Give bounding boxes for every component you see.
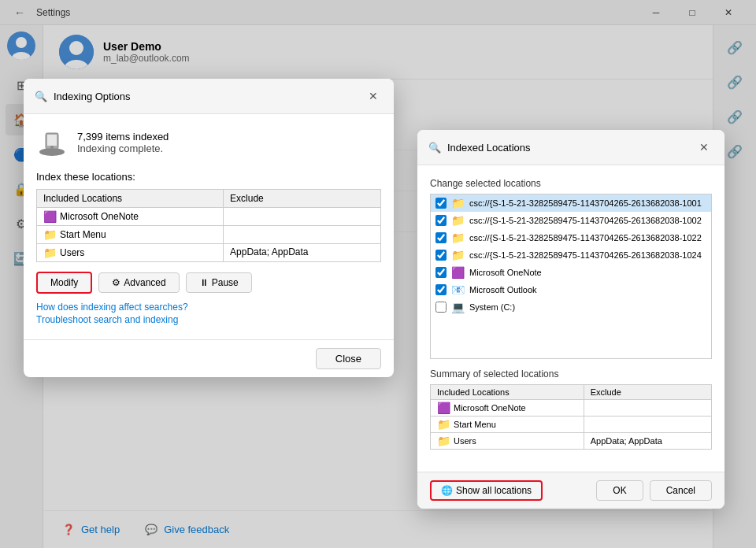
summary-included-2: 📁 Start Menu — [431, 417, 584, 433]
loc-row-2[interactable]: 📁 csc://{S-1-5-21-3282589475-1143704265-… — [431, 212, 711, 229]
indexing-icon: 🔍 — [35, 91, 47, 102]
indexed-dialog-body: Change selected locations 📁 csc://{S-1-5… — [417, 165, 724, 472]
loc-folder-icon-4: 📁 — [451, 249, 465, 261]
summary-icon-3: 📁 — [437, 435, 450, 447]
summary-exclude-2 — [584, 417, 711, 433]
indexed-locations-dialog: 🔍 Indexed Locations ✕ Change selected lo… — [417, 130, 724, 509]
cancel-button[interactable]: Cancel — [650, 480, 712, 501]
summary-label: Summary of selected locations — [430, 368, 712, 380]
loc-row-6[interactable]: 📧 Microsoft Outlook — [431, 281, 711, 298]
dialog-actions: Modify ⚙ Advanced ⏸ Pause — [36, 272, 381, 294]
loc-row-4[interactable]: 📁 csc://{S-1-5-21-3282589475-1143704265-… — [431, 246, 711, 264]
indexing-status: 7,399 items indexed Indexing complete. — [36, 127, 381, 158]
loc-folder-icon-7: 💻 — [451, 301, 465, 313]
loc-icon-3: 📁 — [43, 246, 57, 259]
svg-rect-8 — [47, 135, 57, 146]
pause-button[interactable]: ⏸ Pause — [186, 272, 252, 293]
show-all-button[interactable]: 🌐 Show all locations — [430, 480, 543, 501]
loc-checkbox-2[interactable] — [435, 215, 447, 226]
location-included-2: 📁 Start Menu — [37, 226, 224, 244]
summary-icon-2: 📁 — [437, 418, 450, 431]
indexing-dialog-body: 7,399 items indexed Indexing complete. I… — [24, 114, 394, 339]
loc-folder-icon-6: 📧 — [451, 283, 465, 296]
loc-checkbox-1[interactable] — [435, 198, 447, 209]
ok-button[interactable]: OK — [596, 480, 643, 501]
indexing-dialog-close-btn[interactable]: ✕ — [364, 87, 383, 106]
loc-row-1[interactable]: 📁 csc://{S-1-5-21-3282589475-1143704265-… — [431, 194, 711, 212]
loc-icon-2: 📁 — [43, 228, 57, 241]
locations-table: Included Locations Exclude 🟪 Microsoft O… — [36, 189, 381, 262]
loc-row-name-2: csc://{S-1-5-21-3282589475-1143704265-26… — [469, 216, 706, 225]
indexing-dialog-footer: Close — [24, 339, 394, 377]
modify-button[interactable]: Modify — [36, 272, 92, 294]
loc-row-5[interactable]: 🟪 Microsoft OneNote — [431, 264, 711, 281]
indexed-dialog-titlebar: 🔍 Indexed Locations ✕ — [417, 130, 724, 165]
loc-checkbox-5[interactable] — [435, 267, 447, 278]
location-included-3: 📁 Users — [37, 244, 224, 262]
location-exclude-3: AppData; AppData — [224, 244, 381, 262]
footer-right: OK Cancel — [596, 480, 712, 501]
footer-left: 🌐 Show all locations — [430, 480, 543, 501]
location-row-3: 📁 Users AppData; AppData — [37, 244, 381, 262]
loc-folder-icon-2: 📁 — [451, 214, 465, 227]
loc-name-2: Start Menu — [60, 229, 106, 240]
loc-row-7[interactable]: 💻 System (C:) — [431, 298, 711, 316]
summary-exclude-3: AppData; AppData — [584, 433, 711, 450]
indexing-dialog-title-left: 🔍 Indexing Options — [35, 91, 131, 102]
loc-folder-icon-5: 🟪 — [451, 266, 465, 279]
advanced-icon: ⚙ — [112, 277, 120, 288]
summary-col-exclude: Exclude — [584, 385, 711, 400]
indexed-dialog-close-btn[interactable]: ✕ — [695, 138, 713, 157]
loc-checkbox-4[interactable] — [435, 250, 447, 261]
svg-point-9 — [50, 146, 54, 149]
indexing-status-icon — [36, 127, 68, 158]
loc-row-name-7: System (C:) — [469, 302, 706, 312]
location-exclude-1 — [224, 208, 381, 226]
col-included: Included Locations — [37, 190, 224, 208]
loc-row-name-3: csc://{S-1-5-21-3282589475-1143704265-26… — [469, 233, 706, 243]
loc-icon-1: 🟪 — [43, 210, 57, 223]
indexing-dialog-title: Indexing Options — [54, 91, 131, 102]
pause-icon: ⏸ — [199, 277, 209, 288]
loc-checkbox-3[interactable] — [435, 232, 447, 243]
summary-exclude-1 — [584, 400, 711, 417]
loc-row-name-4: csc://{S-1-5-21-3282589475-1143704265-26… — [469, 250, 706, 260]
summary-included-3: 📁 Users — [431, 433, 584, 450]
summary-included-1: 🟪 Microsoft OneNote — [431, 400, 584, 417]
advanced-button[interactable]: ⚙ Advanced — [98, 272, 179, 293]
indexing-link[interactable]: How does indexing affect searches? — [36, 302, 381, 313]
loc-row-name-1: csc://{S-1-5-21-3282589475-1143704265-26… — [469, 198, 706, 208]
indexing-count: 7,399 items indexed — [77, 131, 169, 143]
loc-checkbox-7[interactable] — [435, 302, 447, 313]
indexing-dialog-titlebar: 🔍 Indexing Options ✕ — [24, 79, 394, 114]
location-row-2: 📁 Start Menu — [37, 226, 381, 244]
indexing-text: 7,399 items indexed Indexing complete. — [77, 131, 169, 154]
location-exclude-2 — [224, 226, 381, 244]
loc-folder-icon-1: 📁 — [451, 197, 465, 209]
change-locations-label: Change selected locations — [430, 178, 712, 189]
loc-folder-icon-3: 📁 — [451, 231, 465, 244]
summary-row-1: 🟪 Microsoft OneNote — [431, 400, 712, 417]
loc-checkbox-6[interactable] — [435, 284, 447, 295]
location-row-1: 🟪 Microsoft OneNote — [37, 208, 381, 226]
close-footer-button[interactable]: Close — [316, 348, 381, 369]
indexing-options-dialog: 🔍 Indexing Options ✕ 7,399 items indexed… — [24, 79, 394, 377]
col-exclude: Exclude — [224, 190, 381, 208]
loc-row-name-6: Microsoft Outlook — [469, 285, 706, 294]
indexed-dialog-footer: 🌐 Show all locations OK Cancel — [417, 472, 724, 509]
indexed-dialog-title: Indexed Locations — [447, 142, 531, 154]
indexing-status-text: Indexing complete. — [77, 143, 169, 154]
summary-row-2: 📁 Start Menu — [431, 417, 712, 433]
loc-name-3: Users — [60, 247, 84, 258]
loc-name-1: Microsoft OneNote — [60, 211, 139, 222]
troubleshoot-link[interactable]: Troubleshoot search and indexing — [36, 314, 381, 325]
summary-table: Included Locations Exclude 🟪 Microsoft O… — [430, 384, 712, 450]
locations-list[interactable]: 📁 csc://{S-1-5-21-3282589475-1143704265-… — [430, 194, 712, 359]
globe-icon: 🌐 — [441, 485, 453, 496]
indexed-icon: 🔍 — [428, 142, 441, 154]
section-label: Index these locations: — [36, 171, 381, 183]
summary-row-3: 📁 Users AppData; AppData — [431, 433, 712, 450]
summary-col-included: Included Locations — [431, 385, 584, 400]
indexed-dialog-title-left: 🔍 Indexed Locations — [428, 142, 531, 154]
loc-row-3[interactable]: 📁 csc://{S-1-5-21-3282589475-1143704265-… — [431, 229, 711, 246]
